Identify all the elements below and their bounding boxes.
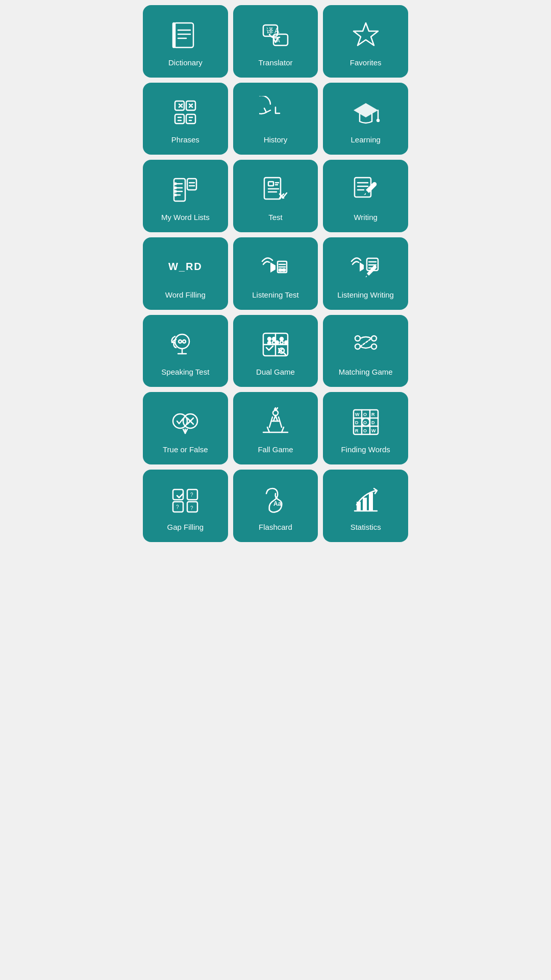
learning-label: Learning — [350, 135, 380, 144]
svg-text:O: O — [363, 420, 367, 425]
word-filling-icon: W_RD — [167, 250, 203, 285]
svg-marker-10 — [354, 23, 378, 45]
tile-phrases[interactable]: Phrases — [143, 83, 228, 155]
svg-point-55 — [179, 340, 182, 343]
tile-speaking-test[interactable]: Speaking Test — [143, 315, 228, 387]
phrases-icon — [167, 94, 203, 130]
tile-matching-game[interactable]: Matching Game — [323, 315, 408, 387]
my-word-lists-icon — [167, 172, 203, 208]
tile-true-or-false[interactable]: True or False — [143, 392, 228, 464]
tile-favorites[interactable]: Favorites — [323, 5, 408, 78]
svg-text:?: ? — [190, 492, 193, 498]
svg-point-62 — [268, 337, 271, 340]
svg-point-74 — [371, 336, 377, 341]
svg-point-27 — [175, 187, 177, 189]
svg-point-69 — [280, 341, 283, 344]
tile-test[interactable]: Test — [233, 160, 318, 232]
translator-label: Translator — [259, 58, 293, 67]
svg-text:译: 译 — [266, 27, 273, 35]
svg-text:W: W — [371, 428, 376, 433]
svg-text:R: R — [355, 428, 359, 433]
svg-point-26 — [175, 183, 177, 185]
my-word-lists-label: My Word Lists — [161, 213, 210, 222]
svg-text:Aa: Aa — [273, 500, 282, 507]
svg-text:W: W — [355, 412, 360, 417]
tile-listening-test[interactable]: Listening Test — [233, 237, 318, 310]
tile-learning[interactable]: Learning — [323, 83, 408, 155]
tile-writing[interactable]: Writing — [323, 160, 408, 232]
gap-filling-label: Gap Filling — [167, 523, 204, 532]
dictionary-icon — [167, 17, 203, 53]
listening-test-icon — [258, 250, 293, 285]
svg-marker-43 — [270, 262, 276, 273]
tile-translator[interactable]: 译 A A Translator — [233, 5, 318, 78]
tile-fall-game[interactable]: Fall Game — [233, 392, 318, 464]
svg-point-81 — [273, 410, 278, 415]
svg-point-68 — [285, 341, 288, 344]
test-icon — [258, 172, 293, 208]
svg-text:O: O — [363, 412, 367, 417]
tile-word-filling[interactable]: W_RDWord Filling — [143, 237, 228, 310]
svg-line-71 — [283, 352, 286, 355]
svg-point-72 — [355, 336, 360, 341]
tile-statistics[interactable]: Statistics — [323, 470, 408, 542]
word-filling-label: Word Filling — [165, 290, 206, 300]
listening-test-label: Listening Test — [252, 290, 298, 300]
finding-words-label: Finding Words — [341, 445, 390, 454]
tile-history[interactable]: History — [233, 83, 318, 155]
tile-dictionary[interactable]: Dictionary — [143, 5, 228, 78]
svg-rect-34 — [268, 182, 273, 186]
tile-flashcard[interactable]: Aa Flashcard — [233, 470, 318, 542]
dual-game-icon — [258, 327, 293, 362]
svg-text:A: A — [277, 38, 280, 43]
flashcard-label: Flashcard — [259, 523, 292, 532]
svg-text:?: ? — [190, 505, 193, 511]
svg-rect-11 — [175, 101, 184, 110]
svg-rect-47 — [279, 269, 282, 271]
svg-rect-13 — [175, 114, 184, 124]
favorites-label: Favorites — [350, 58, 382, 67]
writing-label: Writing — [354, 213, 377, 222]
writing-icon — [348, 172, 384, 208]
svg-point-56 — [183, 340, 186, 343]
svg-point-66 — [280, 337, 283, 340]
translator-icon: 译 A A — [258, 17, 293, 53]
fall-game-label: Fall Game — [258, 445, 293, 454]
svg-text:O: O — [363, 428, 367, 433]
tile-my-word-lists[interactable]: My Word Lists — [143, 160, 228, 232]
flashcard-icon: Aa — [258, 482, 293, 518]
tile-gap-filling[interactable]: ? ? ? Gap Filling — [143, 470, 228, 542]
fall-game-icon — [258, 404, 293, 440]
svg-text:A: A — [274, 27, 280, 35]
finding-words-icon: W O R D O D R O W — [348, 404, 384, 440]
matching-game-icon — [348, 327, 384, 362]
listening-writing-icon — [348, 250, 384, 285]
tile-listening-writing[interactable]: Listening Writing — [323, 237, 408, 310]
svg-line-86 — [267, 427, 269, 432]
svg-point-73 — [355, 344, 360, 349]
statistics-icon — [348, 482, 384, 518]
phrases-label: Phrases — [171, 135, 199, 144]
svg-text:?: ? — [176, 504, 179, 510]
gap-filling-icon: ? ? ? — [167, 482, 203, 518]
favorites-icon — [348, 17, 384, 53]
svg-point-28 — [175, 191, 177, 192]
svg-point-20 — [377, 119, 379, 121]
speaking-test-icon — [167, 327, 203, 362]
svg-point-67 — [276, 341, 279, 344]
true-or-false-icon — [167, 404, 203, 440]
history-icon — [258, 94, 293, 130]
svg-text:D: D — [371, 420, 375, 425]
matching-game-label: Matching Game — [339, 368, 393, 377]
svg-marker-49 — [360, 262, 364, 272]
svg-point-64 — [268, 341, 271, 345]
svg-text:D: D — [355, 420, 359, 425]
svg-rect-0 — [174, 23, 193, 47]
svg-rect-48 — [283, 269, 285, 271]
dual-game-label: Dual Game — [256, 368, 295, 377]
tile-dual-game[interactable]: Dual Game — [233, 315, 318, 387]
svg-line-84 — [276, 415, 278, 421]
svg-line-89 — [277, 408, 278, 409]
tile-finding-words[interactable]: W O R D O D R O W Finding Words — [323, 392, 408, 464]
learning-icon — [348, 94, 384, 130]
